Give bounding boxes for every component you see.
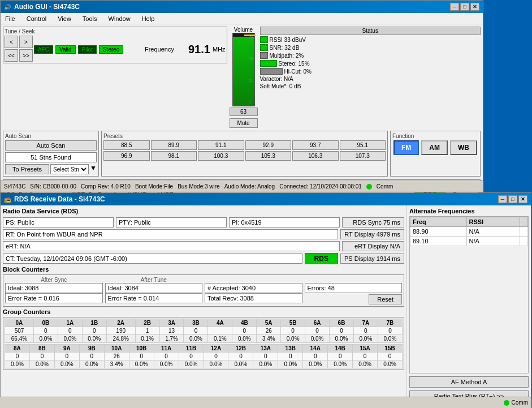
minimize-button[interactable]: ─	[450, 3, 459, 11]
after-tune-header: After Tune	[105, 277, 203, 283]
gc-col-3a: 3A	[159, 319, 184, 327]
close-button[interactable]: ✕	[470, 3, 479, 11]
auto-scan-box: Auto Scan Auto Scan 51 Stns Found To Pre…	[3, 131, 99, 177]
preset-btn-5[interactable]: 95.1	[340, 140, 386, 150]
rds-minimize-button[interactable]: ─	[498, 195, 507, 203]
rds-rt-display: RT: On Point from WBUR and NPR	[3, 229, 338, 239]
rds-left-panel: Radio Data Service (RDS) PS: Public PTY:…	[1, 205, 406, 404]
function-label: Function	[392, 133, 478, 139]
gc-col-6b: 6B	[330, 319, 354, 327]
freq-unit: MHz	[213, 46, 226, 53]
preset-btn-3[interactable]: 92.9	[245, 140, 292, 150]
freq-value: 91.1	[176, 43, 210, 56]
afc-indicator[interactable]: AFC	[34, 45, 53, 54]
menu-file[interactable]: File	[3, 14, 18, 23]
rds-ct-row: CT: Tuesday, 12/10/2024 09:06 (GMT -6:00…	[3, 253, 404, 264]
dropdown-arrow[interactable]: ▼	[90, 164, 97, 174]
auto-scan-button[interactable]: Auto Scan	[5, 140, 97, 151]
spacer-header	[205, 277, 302, 283]
wb-button[interactable]: WB	[450, 140, 477, 155]
multipath-value: Multipath: 2%	[270, 53, 304, 59]
preset-btn-10[interactable]: 106.3	[292, 151, 339, 161]
af-method-button[interactable]: AF Method A	[409, 376, 529, 388]
preset-btn-11[interactable]: 107.3	[340, 151, 386, 161]
error-rate-tune-field: Error Rate = 0.014	[105, 293, 203, 303]
af-label: Alternate Frequencies	[409, 208, 529, 214]
spacer-header2	[305, 277, 403, 283]
function-buttons: FM AM WB	[392, 140, 478, 155]
group-row2-pct: 0.0%0.0%0.0%0.0%3.4%0.0%0.0%0.0% 0.0%0.0…	[5, 360, 403, 368]
af-freq-1: 89.10	[410, 237, 467, 246]
varactor-value: Varactor: N/A	[260, 76, 293, 82]
af-spacer-1	[520, 237, 528, 246]
rds-ert-display: eRT: N/A	[3, 241, 340, 251]
seek-back-button[interactable]: <	[5, 36, 18, 48]
volume-box: Volume 6342210 63 Mute	[230, 27, 258, 128]
rds-receive-window: 📻 RDS Receive Data - Si4743C ─ □ ✕ Radio…	[0, 192, 531, 405]
rds-restore-button[interactable]: □	[508, 195, 517, 203]
rds-rt-row: RT: On Point from WBUR and NPR RT Displa…	[3, 229, 404, 239]
preset-btn-0[interactable]: 88.5	[103, 140, 150, 150]
rds-close-button[interactable]: ✕	[518, 195, 527, 203]
volume-scale[interactable]: 6342210	[232, 33, 255, 106]
menu-window[interactable]: Window	[106, 14, 133, 23]
gc-col-0b: 0B	[33, 319, 58, 327]
preset-btn-1[interactable]: 89.9	[151, 140, 197, 150]
menu-tools[interactable]: Tools	[80, 14, 100, 23]
preset-btn-6[interactable]: 96.9	[103, 151, 150, 161]
preset-btn-8[interactable]: 100.3	[198, 151, 244, 161]
valid-indicator[interactable]: Valid	[55, 45, 76, 54]
am-button[interactable]: AM	[421, 140, 448, 155]
group-table: 0A 0B 1A 1B 2A 2B 3A 3B 4A 4B 5A 5B	[5, 319, 403, 343]
rds-ct-display: CT: Tuesday, 12/10/2024 09:06 (GMT -6:00…	[3, 254, 302, 264]
menu-bar: File Control View Tools Window Help	[1, 13, 483, 24]
gc-col-7a: 7A	[353, 319, 378, 327]
freq-label: Frequency	[145, 46, 174, 53]
select-stn-dropdown[interactable]: Select Stn	[50, 164, 89, 174]
restore-button[interactable]: □	[460, 3, 469, 11]
gc-col-5b: 5B	[281, 319, 305, 327]
preset-btn-9[interactable]: 105.3	[245, 151, 292, 161]
status-audio-mode: Audio Mode: Analog	[224, 183, 275, 190]
seek-fwd2-button[interactable]: >>	[19, 49, 33, 62]
hicut-led	[260, 68, 283, 75]
stereo-indicator[interactable]: Stereo	[99, 45, 123, 54]
menu-control[interactable]: Control	[24, 14, 49, 23]
af-col-rssi: RSSI	[466, 217, 520, 227]
rds-ps-display: PS: Public	[3, 217, 114, 227]
to-presets-button[interactable]: To Presets	[5, 164, 49, 174]
gc-col-6a: 6A	[305, 319, 330, 327]
rds-pty-display: PTY: Public	[116, 217, 227, 227]
seek-back2-button[interactable]: <<	[5, 49, 18, 62]
af-scroll-header	[520, 217, 528, 227]
menu-help[interactable]: Help	[140, 14, 157, 23]
status-chip: Si4743C	[4, 183, 25, 190]
rds-ps-timing: PS Display 1914 ms	[340, 254, 404, 264]
tune-seek-box: Tune / Seek < > << >>	[3, 27, 227, 63]
comm-led	[504, 400, 509, 406]
preset-btn-4[interactable]: 93.7	[292, 140, 339, 150]
preset-btn-7[interactable]: 98.1	[151, 151, 197, 161]
auto-scan-label: Auto Scan	[5, 133, 97, 139]
gc-col-4a: 4A	[208, 319, 232, 327]
menu-view[interactable]: View	[55, 14, 73, 23]
preset-grid: 88.5 89.9 91.1 92.9 93.7 95.1 96.9 98.1 …	[103, 140, 386, 161]
rds-title-bar: 📻 RDS Receive Data - Si4743C ─ □ ✕	[1, 193, 531, 205]
seek-fwd-button[interactable]: >	[19, 36, 33, 48]
rssi-value: RSSI 33 dBuV	[270, 37, 306, 43]
af-scroll-area[interactable]: Freq RSSI 88.90 N/A 89.10	[409, 216, 529, 373]
total-recv-field: Total Recv: 3088	[205, 293, 302, 303]
preset-btn-2[interactable]: 91.1	[198, 140, 244, 150]
reset-button[interactable]: Reset	[369, 294, 402, 304]
mute-button[interactable]: Mute	[230, 118, 258, 128]
rds-ert-row: eRT: N/A eRT Display N/A	[3, 241, 404, 251]
group-row2-values: 000026000 00000000	[5, 353, 403, 360]
hicut-value: Hi-Cut: 0%	[284, 68, 312, 75]
pilot-indicator[interactable]: Pilot	[78, 45, 97, 54]
af-entry-0: 88.90 N/A	[410, 227, 528, 237]
gc-col-0a: 0A	[5, 319, 34, 327]
rds-active-button[interactable]: RDS	[305, 253, 338, 264]
group-counters-label: Group Counters	[3, 308, 404, 315]
af-freq-0: 88.90	[410, 227, 467, 237]
fm-button[interactable]: FM	[393, 140, 419, 155]
